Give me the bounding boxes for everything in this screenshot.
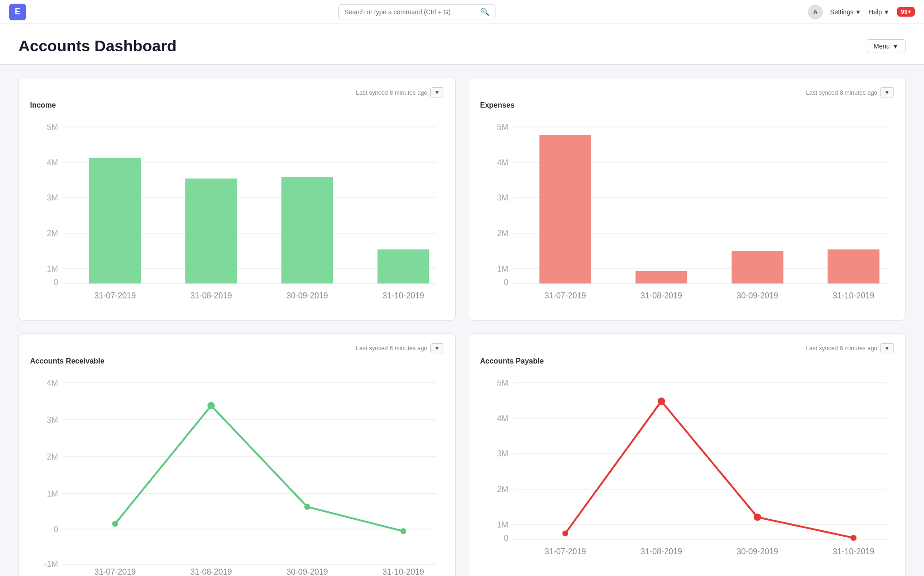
svg-text:2M: 2M [497,485,508,494]
expenses-sync-button[interactable]: ▼ [880,87,894,97]
receivable-sync-button[interactable]: ▼ [430,343,444,353]
expenses-chart-card: Last synced 8 minutes ago ▼ Expenses 5M … [469,78,906,321]
receivable-chart-svg-wrap: 4M 3M 2M 1M 0 -1M 31-07-2019 [30,371,444,576]
svg-text:0: 0 [54,524,58,534]
payable-chart-title: Accounts Payable [480,357,894,365]
svg-text:31-10-2019: 31-10-2019 [832,546,874,556]
svg-text:31-07-2019: 31-07-2019 [544,291,586,300]
payable-chart-header: Last synced 6 minutes ago ▼ [480,343,894,353]
svg-text:5M: 5M [497,378,508,388]
svg-text:31-10-2019: 31-10-2019 [832,291,874,300]
svg-text:5M: 5M [47,122,58,132]
receivable-point-3 [304,504,310,510]
income-bar-1 [89,158,141,284]
navbar: E 🔍 A Settings ▼ Help ▼ 99+ [0,0,924,24]
notification-badge[interactable]: 99+ [897,7,915,17]
svg-text:3M: 3M [497,449,508,458]
svg-text:31-07-2019: 31-07-2019 [94,567,136,576]
receivable-chart-header: Last synced 6 minutes ago ▼ [30,343,444,353]
receivable-point-1 [112,521,118,527]
svg-text:4M: 4M [497,158,508,167]
help-menu[interactable]: Help ▼ [869,8,890,16]
income-chart-title: Income [30,101,444,109]
svg-text:0: 0 [503,278,508,287]
menu-button[interactable]: Menu ▼ [867,39,906,53]
page-title: Accounts Dashboard [18,37,177,55]
svg-text:30-09-2019: 30-09-2019 [287,567,328,576]
receivable-sync-label: Last synced 6 minutes ago ▼ [356,343,444,353]
svg-text:5M: 5M [497,122,508,132]
svg-text:31-10-2019: 31-10-2019 [383,567,424,576]
svg-text:30-09-2019: 30-09-2019 [736,546,778,556]
income-bar-2 [185,179,237,284]
svg-text:1M: 1M [47,264,58,273]
income-chart-svg: 5M 4M 3M 2M 1M 0 [30,115,444,307]
svg-text:2M: 2M [47,229,58,238]
receivable-line [115,406,404,531]
app-logo[interactable]: E [9,4,26,20]
menu-chevron-icon: ▼ [892,42,899,50]
svg-text:1M: 1M [497,264,508,273]
svg-text:31-07-2019: 31-07-2019 [544,546,586,556]
settings-menu[interactable]: Settings ▼ [830,8,861,16]
expenses-chart-header: Last synced 8 minutes ago ▼ [480,87,894,97]
svg-text:4M: 4M [497,414,508,423]
expenses-chart-svg: 5M 4M 3M 2M 1M 0 31-07-201 [480,115,894,307]
svg-text:31-10-2019: 31-10-2019 [383,291,424,300]
dashboard-grid: Last synced 8 minutes ago ▼ Income 5M 4M… [0,65,924,576]
settings-chevron-icon: ▼ [855,8,861,16]
svg-text:-1M: -1M [44,559,58,569]
svg-text:30-09-2019: 30-09-2019 [287,291,328,300]
payable-line [565,401,853,538]
income-sync-label: Last synced 8 minutes ago ▼ [356,87,444,97]
payable-point-2 [657,397,665,405]
svg-text:30-09-2019: 30-09-2019 [736,291,778,300]
receivable-chart-card: Last synced 6 minutes ago ▼ Accounts Rec… [18,333,456,576]
payable-chart-card: Last synced 6 minutes ago ▼ Accounts Pay… [469,333,906,576]
payable-point-4 [851,535,857,541]
receivable-point-4 [400,528,406,534]
svg-text:0: 0 [503,534,508,543]
svg-text:3M: 3M [497,193,508,202]
expenses-bar-3 [731,251,783,283]
svg-text:3M: 3M [47,193,58,202]
income-chart-header: Last synced 8 minutes ago ▼ [30,87,444,97]
income-bar-4 [378,249,429,284]
expenses-bar-1 [539,135,591,283]
logo-letter: E [15,7,20,17]
expenses-sync-label: Last synced 8 minutes ago ▼ [806,87,894,97]
svg-text:3M: 3M [47,415,58,424]
svg-text:2M: 2M [497,229,508,238]
payable-sync-label: Last synced 6 minutes ago ▼ [806,343,894,353]
svg-text:31-07-2019: 31-07-2019 [94,291,136,300]
receivable-point-2 [208,402,215,409]
svg-text:1M: 1M [497,520,508,529]
svg-text:31-08-2019: 31-08-2019 [640,546,682,556]
svg-text:4M: 4M [47,158,58,167]
search-area: 🔍 [26,4,808,19]
payable-sync-button[interactable]: ▼ [880,343,894,353]
income-bar-3 [281,177,333,283]
svg-text:31-08-2019: 31-08-2019 [190,567,232,576]
svg-text:31-08-2019: 31-08-2019 [640,291,682,300]
svg-text:31-08-2019: 31-08-2019 [190,291,232,300]
search-box: 🔍 [338,4,496,19]
income-chart-card: Last synced 8 minutes ago ▼ Income 5M 4M… [18,78,456,321]
receivable-chart-svg: 4M 3M 2M 1M 0 -1M 31-07-2019 [30,371,444,576]
payable-chart-svg: 5M 4M 3M 2M 1M 0 31-07-2019 31-08-20 [480,371,894,563]
svg-text:1M: 1M [47,489,58,498]
expenses-bar-4 [827,249,879,284]
svg-text:4M: 4M [47,378,58,388]
receivable-chart-title: Accounts Receivable [30,357,444,365]
expenses-bar-2 [635,271,687,283]
page-header: Accounts Dashboard Menu ▼ [0,24,924,65]
navbar-right: A Settings ▼ Help ▼ 99+ [808,5,915,19]
income-chart-svg-wrap: 5M 4M 3M 2M 1M 0 [30,115,444,309]
help-chevron-icon: ▼ [883,8,890,16]
search-input[interactable] [344,8,477,16]
avatar: A [808,5,823,19]
payable-point-3 [753,513,761,521]
income-sync-button[interactable]: ▼ [430,87,444,97]
payable-chart-svg-wrap: 5M 4M 3M 2M 1M 0 31-07-2019 31-08-20 [480,371,894,565]
svg-text:2M: 2M [47,452,58,461]
